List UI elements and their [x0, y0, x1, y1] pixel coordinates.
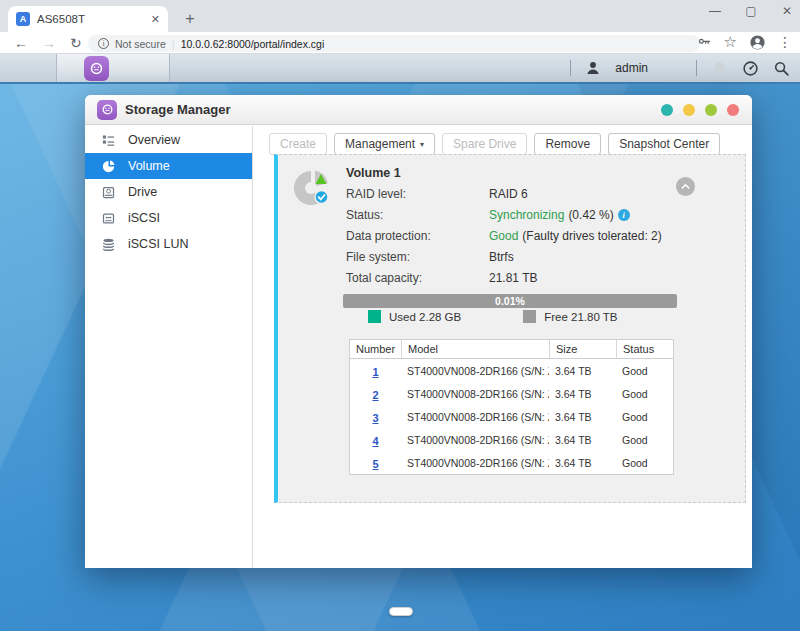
volume-name: Volume 1	[346, 166, 401, 180]
detail-value: 21.81 TB	[489, 271, 662, 285]
used-swatch	[368, 310, 381, 323]
detail-label: File system:	[346, 250, 489, 264]
sidebar-item-overview[interactable]: Overview	[85, 127, 252, 153]
drive-number-link[interactable]: 5	[372, 458, 378, 470]
free-swatch	[523, 310, 536, 323]
window-titlebar[interactable]: Storage Manager	[85, 95, 752, 125]
storage-manager-icon	[97, 100, 117, 120]
browser-close-button[interactable]: ✕	[780, 4, 794, 18]
sidebar-item-iscsi-lun[interactable]: iSCSI LUN	[85, 231, 252, 257]
remove-button[interactable]: Remove	[534, 133, 601, 155]
tab-title: AS6508T	[37, 13, 144, 25]
browser-minimize-button[interactable]: —	[708, 4, 722, 18]
system-monitor-icon[interactable]	[742, 60, 759, 77]
user-icon[interactable]	[585, 60, 601, 76]
create-button: Create	[269, 133, 327, 155]
drive-number-link[interactable]: 4	[372, 435, 378, 447]
detail-value: Btrfs	[489, 250, 662, 264]
drive-number-link[interactable]: 1	[372, 366, 378, 378]
spare-drive-button: Spare Drive	[442, 133, 527, 155]
url-text[interactable]: 10.0.0.62:8000/portal/index.cgi	[181, 38, 325, 50]
storage-manager-taskbar-icon[interactable]	[84, 56, 109, 81]
logged-in-user[interactable]: admin	[615, 61, 648, 75]
reload-icon[interactable]: ↻	[70, 35, 82, 51]
tab-close-icon[interactable]: ✕	[151, 13, 160, 26]
desktop-handle[interactable]	[389, 607, 413, 616]
chevron-up-icon	[680, 181, 691, 192]
volume-status-icon	[290, 167, 332, 209]
detail-value: Synchronizing (0.42 %) i	[489, 208, 662, 222]
sidebar: Overview Volume Drive	[85, 126, 253, 568]
sidebar-item-volume[interactable]: Volume	[85, 153, 252, 179]
iscsi-icon	[101, 211, 116, 226]
table-row: 2 ST4000VN008-2DR166 (S/N: ZGY... 3.64 T…	[350, 382, 673, 405]
volume-icon	[101, 159, 116, 174]
drive-icon	[101, 185, 116, 200]
detail-value: RAID 6	[489, 187, 662, 201]
toolbar: Create Management ▾ Spare Drive Remove S…	[254, 126, 752, 155]
address-bar[interactable]: i Not secure | 10.0.0.62:8000/portal/ind…	[88, 35, 700, 52]
free-label: Free 21.80 TB	[544, 311, 617, 323]
new-tab-button[interactable]: +	[178, 8, 202, 32]
detail-label: RAID level:	[346, 187, 489, 201]
content-area: Create Management ▾ Spare Drive Remove S…	[254, 126, 752, 568]
snapshot-center-button[interactable]: Snapshot Center	[608, 133, 720, 155]
detail-value: Good (Faulty drives tolerated: 2)	[489, 229, 662, 243]
window-dot-red[interactable]	[727, 104, 739, 116]
table-row: 5 ST4000VN008-2DR166 (S/N: ZGY... 3.64 T…	[350, 451, 673, 474]
nas-taskbar: admin	[0, 54, 800, 84]
usage-progress-bar: 0.01%	[343, 294, 677, 308]
page-info-icon[interactable]: i	[98, 38, 109, 49]
notification-bell-icon[interactable]	[711, 60, 728, 77]
nas-desktop: admin Storage M	[0, 54, 800, 631]
window-title: Storage Manager	[125, 102, 230, 117]
window-dot-yellow[interactable]	[683, 104, 695, 116]
bookmark-star-icon[interactable]: ☆	[724, 33, 737, 51]
used-label: Used 2.28 GB	[389, 311, 461, 323]
info-icon[interactable]: i	[618, 209, 630, 221]
table-row: 3 ST4000VN008-2DR166 (S/N: ZD... 3.64 TB…	[350, 405, 673, 428]
management-button[interactable]: Management ▾	[334, 133, 435, 155]
taskbar-active-app[interactable]	[56, 54, 170, 82]
usage-legend: Used 2.28 GB Free 21.80 TB	[368, 310, 698, 323]
forward-icon: →	[42, 35, 56, 51]
volume-details: RAID level: RAID 6 Status: Synchronizing…	[346, 187, 662, 285]
browser-maximize-button[interactable]: ▢	[744, 4, 758, 18]
security-label: Not secure	[115, 38, 166, 50]
browser-menu-icon[interactable]: ⋮	[778, 34, 792, 50]
key-icon[interactable]	[697, 35, 712, 50]
overview-icon	[101, 133, 116, 148]
table-header: Number Model Size Status	[350, 340, 673, 359]
storage-manager-window: Storage Manager Overview	[85, 95, 752, 568]
detail-label: Total capacity:	[346, 271, 489, 285]
browser-tab-strip: A AS6508T ✕ + — ▢ ✕	[0, 0, 800, 32]
drive-table: Number Model Size Status 1 ST4000VN008-2…	[349, 339, 674, 475]
sidebar-item-drive[interactable]: Drive	[85, 179, 252, 205]
drive-number-link[interactable]: 2	[372, 389, 378, 401]
sidebar-item-iscsi[interactable]: iSCSI	[85, 205, 252, 231]
search-icon[interactable]	[773, 60, 790, 77]
collapse-panel-button[interactable]	[676, 177, 695, 196]
table-row: 1 ST4000VN008-2DR166 (S/N: ZGY... 3.64 T…	[350, 359, 673, 382]
detail-label: Data protection:	[346, 229, 489, 243]
browser-tab[interactable]: A AS6508T ✕	[8, 6, 168, 32]
table-row: 4 ST4000VN008-2DR166 (S/N: ZD... 3.64 TB…	[350, 428, 673, 451]
volume-panel: Volume 1 RAID level: RAID 6 Status: Sync…	[274, 154, 746, 503]
favicon: A	[16, 12, 30, 26]
profile-avatar-icon[interactable]	[749, 34, 766, 51]
chevron-down-icon: ▾	[420, 140, 424, 149]
screen: A AS6508T ✕ + — ▢ ✕ ← → ↻ i Not secure |…	[0, 0, 800, 631]
back-icon[interactable]: ←	[14, 35, 28, 51]
window-dot-green[interactable]	[705, 104, 717, 116]
window-dot-teal[interactable]	[661, 104, 673, 116]
iscsi-lun-icon	[101, 237, 116, 252]
drive-number-link[interactable]: 3	[372, 412, 378, 424]
detail-label: Status:	[346, 208, 489, 222]
